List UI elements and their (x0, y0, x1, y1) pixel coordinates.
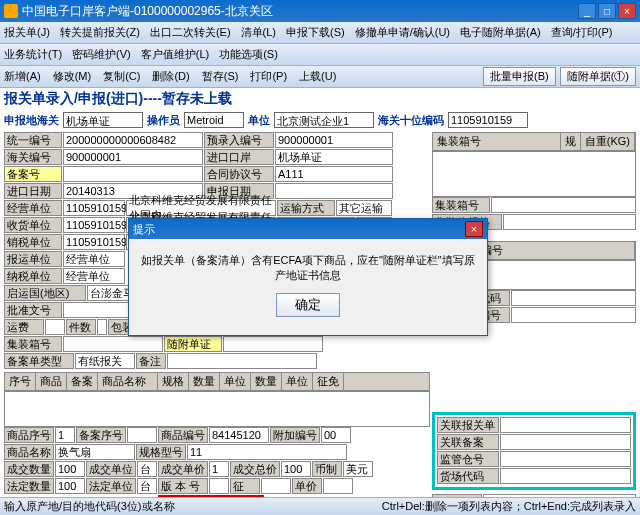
v-ht[interactable]: A111 (275, 166, 393, 182)
v-ys[interactable]: 其它运输 (336, 200, 392, 216)
close-button[interactable]: × (618, 3, 636, 19)
item-grid[interactable] (4, 391, 430, 427)
v-sh[interactable]: 1105910159 (63, 217, 125, 233)
minimize-button[interactable]: _ (578, 3, 596, 19)
menu-item[interactable]: 修撤单申请/确认(U) (355, 25, 450, 40)
menu-item[interactable]: 客户值维护(L) (141, 47, 209, 62)
dialog-title: 提示 (133, 222, 155, 237)
v-hg[interactable]: 900000001 (63, 149, 203, 165)
fld-customs10: 1105910159 (448, 112, 528, 128)
dialog-message: 如报关单（备案清单）含有ECFA项下商品，应在"随附单证栏"填写原产地证书信息 (139, 253, 477, 283)
item-grid-head: 序号商品备案商品名称规格数量单位数量单位征免 (4, 372, 430, 391)
dialog-ok-button[interactable]: 确定 (276, 293, 340, 317)
v-sf[interactable] (223, 336, 323, 352)
tb-del[interactable]: 删除(D) (152, 69, 189, 84)
fld-operator: Metroid (184, 112, 244, 128)
v-jz[interactable] (63, 336, 163, 352)
menubar2: 业务统计(T) 密码维护(V) 客户值维护(L) 功能选项(S) (0, 44, 640, 66)
page-title: 报关单录入/申报(进口)----暂存未上载 (4, 90, 232, 108)
menu-item[interactable]: 密码维护(V) (72, 47, 131, 62)
tb-copy[interactable]: 复制(C) (103, 69, 140, 84)
titlebar: 中国电子口岸客户端-0100000002965-北京关区 _ □ × (0, 0, 640, 22)
lbl-operator: 操作员 (147, 113, 180, 128)
v-bz2[interactable] (167, 353, 317, 369)
maximize-button[interactable]: □ (598, 3, 616, 19)
v-ba[interactable] (63, 166, 203, 182)
statusbar: 输入原产地/目的地代码(3位)或名称 Ctrl+Del:删除一项列表内容；Ctr… (0, 497, 640, 515)
tb-upload[interactable]: 上载(U) (299, 69, 336, 84)
menu-item[interactable]: 业务统计(T) (4, 47, 62, 62)
v-bat[interactable]: 有纸报关 (75, 353, 135, 369)
menubar: 报关单(J) 转关提前报关(Z) 出口二次转关(E) 清单(L) 申报下载(S)… (0, 22, 640, 44)
menu-item[interactable]: 查询/打印(P) (551, 25, 613, 40)
v-ns[interactable]: 经营单位 (63, 268, 125, 284)
menu-item[interactable]: 转关提前报关(Z) (60, 25, 140, 40)
v-jy[interactable]: 1105910159 (63, 200, 125, 216)
menu-item[interactable]: 清单(L) (241, 25, 276, 40)
tb-new[interactable]: 新增(A) (4, 69, 41, 84)
window-title: 中国电子口岸客户端-0100000002965-北京关区 (22, 3, 578, 20)
lbl-unit: 单位 (248, 113, 270, 128)
v-pre[interactable]: 900000001 (275, 132, 393, 148)
v-sb[interactable] (275, 183, 393, 199)
fld-unit: 北京测试企业1 (274, 112, 374, 128)
menu-item[interactable]: 报关单(J) (4, 25, 50, 40)
status-right: Ctrl+Del:删除一项列表内容；Ctrl+End:完成列表录入 (382, 499, 636, 514)
tb-save[interactable]: 暂存(S) (202, 69, 239, 84)
menu-item[interactable]: 申报下载(S) (286, 25, 345, 40)
container-head: 集装箱号规自重(KG) (432, 132, 636, 151)
menu-item[interactable]: 电子随附单据(A) (460, 25, 541, 40)
v-by[interactable]: 经营单位 (63, 251, 125, 267)
menu-item[interactable]: 功能选项(S) (219, 47, 278, 62)
dialog-close-icon[interactable]: × (465, 221, 483, 237)
fld-declare-place[interactable]: 机场单证 (63, 112, 143, 128)
lbl-customs10: 海关十位编码 (378, 113, 444, 128)
alert-dialog: 提示× 如报关单（备案清单）含有ECFA项下商品，应在"随附单证栏"填写原产地证… (128, 218, 488, 336)
attach-button[interactable]: 随附单据(①) (560, 67, 636, 86)
v-port[interactable]: 机场单证 (275, 149, 393, 165)
v-uni[interactable]: 200000000000608482 (63, 132, 203, 148)
tb-edit[interactable]: 修改(M) (53, 69, 92, 84)
tb-print[interactable]: 打印(P) (250, 69, 287, 84)
toolbar: 新增(A) 修改(M) 复制(C) 删除(D) 暂存(S) 打印(P) 上载(U… (0, 66, 640, 88)
v-xs[interactable]: 1105910159 (63, 234, 125, 250)
v-js[interactable] (97, 319, 107, 335)
menu-item[interactable]: 出口二次转关(E) (150, 25, 231, 40)
batch-declare-button[interactable]: 批量申报(B) (483, 67, 556, 86)
app-icon (4, 4, 18, 18)
lbl-declare-place: 申报地海关 (4, 113, 59, 128)
relation-box: 关联报关单 关联备案 监管仓号 货场代码 (432, 412, 636, 490)
status-left: 输入原产地/目的地代码(3位)或名称 (4, 499, 175, 514)
